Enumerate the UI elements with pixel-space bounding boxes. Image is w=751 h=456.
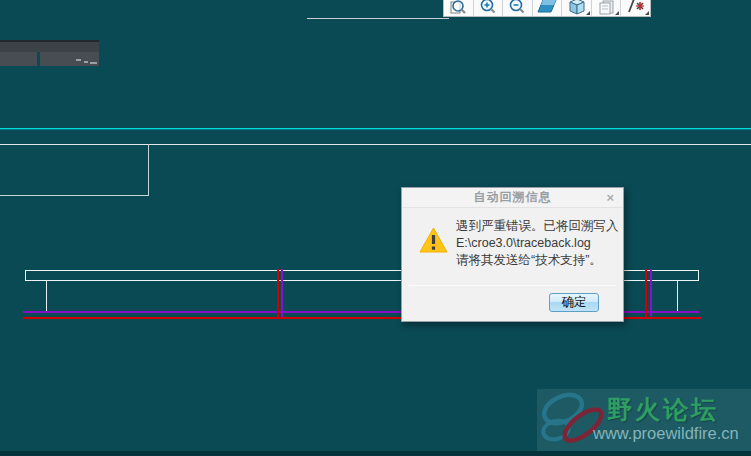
left-box-vertical-edge [148,144,149,196]
artifact-mark [76,59,81,61]
dialog-footer-separator [409,285,616,286]
white-vertical-edge [677,281,678,311]
zoom-out-button[interactable] [503,0,533,16]
artifact-mark [90,62,97,64]
toolbar-edge-artifact [307,18,449,19]
dropdown-arrow-icon [586,11,590,15]
white-vertical-edge [46,281,47,312]
red-vertical-datum [645,269,647,318]
purple-vertical-datum [281,269,283,317]
dropdown-arrow-icon [645,11,649,15]
red-vertical-datum [277,269,279,318]
dialog-title: 自动回溯信息 [474,189,552,206]
message-line: 遇到严重错误。已将回溯写入 [456,218,618,235]
white-horizontal-line [0,144,751,145]
dialog-titlebar[interactable]: 自动回溯信息 × [402,188,623,208]
ok-button[interactable]: 确定 [549,293,599,312]
artifact-mark [84,61,88,63]
purple-vertical-datum [650,269,652,316]
dropdown-arrow-icon [615,11,619,15]
display-style-button[interactable] [562,0,592,16]
cad-application-window: 自动回溯信息 × 遇到严重错误。已将回溯写入 E:\croe3.0\traceb… [0,0,751,456]
close-icon[interactable]: × [606,190,614,206]
view-toolbar [443,0,651,17]
forum-watermark: 野火论坛 www.proewildfire.cn [537,389,751,451]
saved-orientations-button[interactable] [592,0,622,16]
message-line: E:\croe3.0\traceback.log [456,235,618,252]
watermark-site-name: 野火论坛 [607,393,719,426]
watermark-site-url: www.proewildfire.cn [593,424,739,443]
zoom-fit-button[interactable] [444,0,474,16]
cyan-guide-line [0,128,751,129]
bottom-edge-strip [0,451,751,456]
repaint-button[interactable] [533,0,563,16]
dialog-message: 遇到严重错误。已将回溯写入 E:\croe3.0\traceback.log 请… [456,218,618,269]
left-box-bottom-edge [0,195,149,196]
datum-display-button[interactable] [621,0,650,16]
menu-remnant-box [0,52,37,66]
zoom-in-button[interactable] [474,0,504,16]
warning-triangle-icon [419,227,448,257]
traceback-error-dialog: 自动回溯信息 × 遇到严重错误。已将回溯写入 E:\croe3.0\traceb… [401,187,624,322]
message-line: 请将其发送给“技术支持”。 [456,252,618,269]
menu-remnant-bar [0,40,99,52]
